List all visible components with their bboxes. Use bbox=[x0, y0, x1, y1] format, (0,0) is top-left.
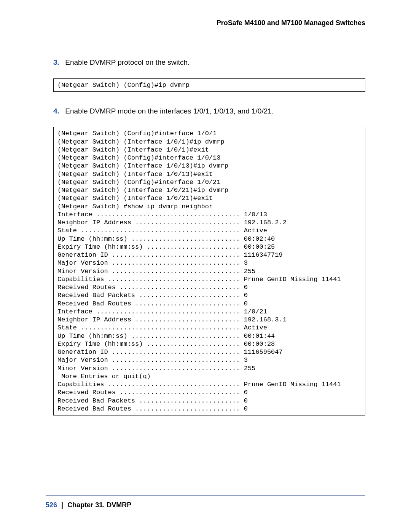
chapter-label: Chapter 31. DVMRP bbox=[67, 501, 131, 509]
page-number: 526 bbox=[46, 501, 57, 509]
step-3: 3. Enable DVMRP protocol on the switch. bbox=[53, 58, 365, 68]
step-number: 4. bbox=[53, 106, 63, 117]
code-block-1: (Netgear Switch) (Config)#ip dvmrp bbox=[53, 78, 365, 92]
step-4: 4. Enable DVMRP mode on the interfaces 1… bbox=[53, 106, 365, 117]
page-footer: 526 | Chapter 31. DVMRP bbox=[46, 495, 365, 509]
running-header: ProSafe M4100 and M7100 Managed Switches bbox=[53, 19, 365, 27]
step-text: Enable DVMRP protocol on the switch. bbox=[65, 58, 190, 66]
step-number: 3. bbox=[53, 58, 63, 68]
code-block-2: (Netgear Switch) (Config)#interface 1/0/… bbox=[53, 127, 365, 415]
footer-separator: | bbox=[59, 501, 65, 509]
step-text: Enable DVMRP mode on the interfaces 1/0/… bbox=[65, 107, 274, 115]
